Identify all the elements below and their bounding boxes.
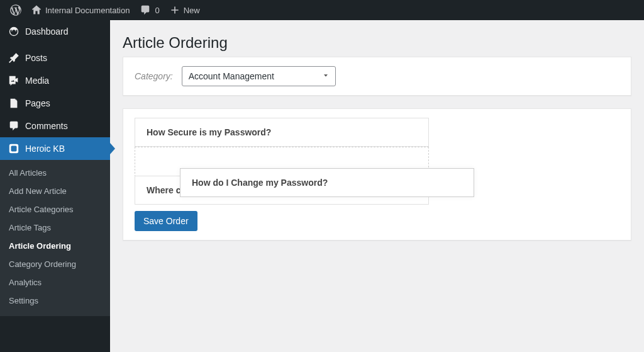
save-order-button[interactable]: Save Order	[135, 211, 197, 231]
article-row-dragging[interactable]: How do I Change my Password?	[180, 168, 474, 197]
comment-icon	[8, 120, 20, 132]
site-name-link[interactable]: Internal Documentation	[26, 0, 135, 20]
submenu-category-ordering[interactable]: Category Ordering	[0, 255, 110, 273]
new-content-link[interactable]: New	[165, 0, 205, 20]
sidebar-item-label: Posts	[25, 53, 47, 63]
article-row[interactable]: How Secure is my Password?	[135, 118, 429, 147]
home-icon	[31, 5, 42, 15]
submenu-article-ordering[interactable]: Article Ordering	[0, 237, 110, 255]
submenu-analytics[interactable]: Analytics	[0, 273, 110, 292]
media-icon	[8, 75, 20, 86]
sidebar-item-heroic-kb[interactable]: Heroic KB	[0, 137, 110, 160]
submenu-all-articles[interactable]: All Articles	[0, 164, 110, 182]
sidebar-item-label: Comments	[25, 121, 68, 131]
new-label: New	[184, 6, 200, 15]
submenu-settings[interactable]: Settings	[0, 292, 110, 310]
sidebar-submenu: All Articles Add New Article Article Cat…	[0, 160, 110, 316]
category-select[interactable]: Account Management	[182, 66, 336, 86]
submenu-categories[interactable]: Article Categories	[0, 200, 110, 219]
admin-bar: Internal Documentation 0 New	[0, 0, 644, 20]
page-title: Article Ordering	[123, 26, 631, 57]
sidebar-item-pages[interactable]: Pages	[0, 92, 110, 115]
comments-count: 0	[155, 6, 159, 15]
comments-link[interactable]: 0	[135, 0, 164, 20]
svg-rect-1	[11, 146, 17, 152]
sidebar-item-label: Pages	[25, 98, 50, 108]
submenu-tags[interactable]: Article Tags	[0, 219, 110, 237]
site-name-label: Internal Documentation	[45, 6, 130, 15]
sidebar-item-label: Dashboard	[25, 26, 69, 37]
category-filter-panel: Category: Account Management	[123, 57, 631, 96]
sidebar-item-media[interactable]: Media	[0, 69, 110, 92]
submenu-add-new[interactable]: Add New Article	[0, 182, 110, 200]
category-label: Category:	[135, 71, 173, 81]
sidebar-item-posts[interactable]: Posts	[0, 47, 110, 69]
sidebar-item-label: Heroic KB	[25, 144, 65, 154]
admin-sidebar: Dashboard Posts Media Pages	[0, 20, 110, 352]
content-area: Article Ordering Category: Account Manag…	[110, 20, 644, 352]
pin-icon	[8, 52, 20, 64]
sidebar-item-comments[interactable]: Comments	[0, 115, 110, 137]
comment-icon	[140, 4, 151, 16]
wp-logo[interactable]	[5, 0, 26, 20]
dashboard-icon	[8, 26, 20, 37]
kb-icon	[8, 143, 20, 154]
sidebar-item-dashboard[interactable]: Dashboard	[0, 20, 110, 43]
wordpress-icon	[10, 4, 21, 16]
article-order-panel: How Secure is my Password? How do I Chan…	[123, 108, 631, 241]
sidebar-item-label: Media	[25, 76, 49, 86]
category-select-wrap: Account Management	[182, 66, 336, 86]
plus-icon	[170, 5, 180, 15]
page-icon	[8, 98, 20, 109]
